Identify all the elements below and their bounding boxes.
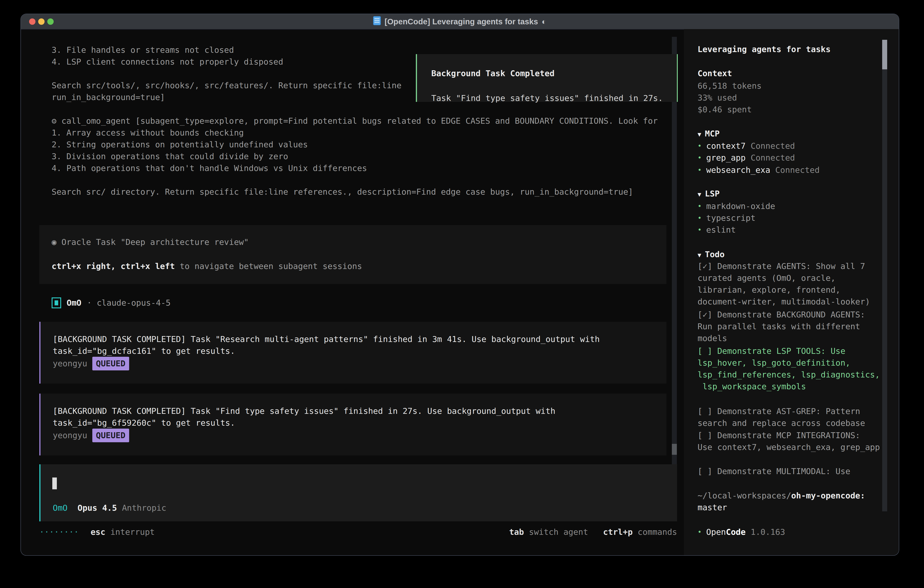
chevron-down-icon: ▼ — [698, 131, 701, 138]
input-agent-name: OmO — [53, 502, 68, 514]
oracle-task-title: ◉ Oracle Task "Deep architecture review" — [52, 236, 249, 248]
mcp-item: • context7 Connected — [698, 140, 795, 152]
background-task-message: [BACKGROUND TASK COMPLETED] Task "Find t… — [40, 393, 667, 456]
oracle-task-hint: ctrl+x right, ctrl+x left to navigate be… — [52, 260, 362, 272]
message-text: [BACKGROUND TASK COMPLETED] Task "Resear… — [53, 333, 644, 357]
agent-model: · claude-opus-4-5 — [87, 297, 170, 309]
input-cursor — [52, 477, 57, 489]
notification-body: Task "Find type safety issues" finished … — [431, 92, 663, 104]
mcp-item: • websearch_exa Connected — [698, 164, 820, 176]
message-footer: yeongyu QUEUED — [53, 429, 129, 441]
oracle-task-card: ◉ Oracle Task "Deep architecture review"… — [40, 225, 667, 284]
sidebar-scrollbar-track[interactable] — [882, 40, 887, 511]
minimize-button[interactable] — [38, 18, 45, 25]
progress-dots-icon: ········ — [40, 526, 79, 538]
input-status-line: OmO Opus 4.5 Anthropic — [53, 502, 167, 514]
esc-key-label: interrupt — [110, 526, 155, 538]
main-scrollbar-thumb[interactable] — [672, 444, 677, 455]
todo-item-pending: [ ] Demonstrate MCP INTEGRATIONS: Use co… — [698, 429, 898, 453]
agent-header: OmO · claude-opus-4-5 — [52, 297, 171, 309]
context-heading: Context — [698, 68, 732, 79]
tab-key-label: switch agent — [529, 526, 588, 538]
input-model: Opus 4.5 — [78, 502, 117, 514]
notification-toast: Background Task Completed Task "Find typ… — [416, 54, 678, 102]
mcp-section-header[interactable]: ▼MCP — [698, 128, 719, 140]
message-author: yeongyu — [53, 429, 87, 441]
workspace-path: ~/local-workspaces/oh-my-opencode: — [698, 490, 898, 502]
lsp-item: • markdown-oxide — [698, 200, 775, 212]
mcp-item: • grep_app Connected — [698, 152, 795, 164]
chevron-down-icon: ▼ — [698, 191, 701, 198]
todo-item-pending: [ ] Demonstrate AST-GREP: Pattern search… — [698, 405, 893, 429]
queued-badge: QUEUED — [92, 429, 129, 442]
window-title: [OpenCode] Leveraging agents for tasks — [384, 17, 538, 26]
keyboard-shortcut: ctrl+x right, ctrl+x left — [52, 261, 175, 271]
status-dot-icon: • — [698, 224, 702, 236]
sidebar-scrollbar-thumb[interactable] — [882, 40, 887, 69]
agent-name: OmO — [67, 297, 81, 309]
status-dot-icon: • — [698, 152, 702, 164]
agent-icon — [52, 297, 61, 308]
window-title-group: [OpenCode] Leveraging agents for tasks ◐ — [21, 16, 899, 27]
todo-item-done: [✓] Demonstrate AGENTS: Show all 7 curat… — [698, 260, 893, 308]
message-footer: yeongyu QUEUED — [53, 358, 129, 370]
todo-section-header[interactable]: ▼Todo — [698, 249, 724, 261]
document-icon — [373, 16, 381, 27]
todo-item-pending: [ ] Demonstrate MULTIMODAL: Use — [698, 466, 893, 477]
status-dot-icon: • — [698, 140, 702, 152]
background-task-message: [BACKGROUND TASK COMPLETED] Task "Resear… — [40, 322, 667, 383]
notification-title: Background Task Completed — [431, 68, 554, 79]
lsp-item: • typescript — [698, 212, 756, 224]
close-button[interactable] — [29, 18, 35, 25]
context-stats: 66,518 tokens 33% used $0.46 spent — [698, 80, 762, 116]
commands-key-hint: ctrl+p — [603, 526, 633, 538]
titlebar[interactable]: [OpenCode] Leveraging agents for tasks ◐ — [21, 14, 899, 30]
status-dot-icon: • — [698, 212, 702, 224]
sidebar-title: Leveraging agents for tasks — [698, 43, 830, 55]
esc-key-hint: esc — [91, 526, 105, 538]
message-text: [BACKGROUND TASK COMPLETED] Task "Find t… — [53, 405, 644, 429]
terminal-window: [OpenCode] Leveraging agents for tasks ◐… — [20, 14, 899, 556]
tab-key-hint: tab — [509, 526, 524, 538]
todo-item-current: [ ] Demonstrate LSP TOOLS: Use lsp_hover… — [698, 345, 898, 393]
todo-item-done: [✓] Demonstrate BACKGROUND AGENTS: Run p… — [698, 309, 893, 344]
status-bar: ········ esc interrupt tab switch agent … — [40, 526, 677, 538]
zoom-button[interactable] — [47, 18, 54, 25]
queued-badge: QUEUED — [92, 357, 129, 370]
status-dot-icon: • — [698, 200, 702, 212]
status-dot-icon: • — [698, 526, 702, 538]
prompt-input[interactable]: OmO Opus 4.5 Anthropic — [40, 464, 677, 521]
lsp-item: • eslint — [698, 224, 736, 236]
message-author: yeongyu — [53, 358, 87, 370]
workspace-branch: master — [698, 502, 727, 514]
lsp-section-header[interactable]: ▼LSP — [698, 188, 719, 200]
commands-key-label: commands — [638, 526, 677, 538]
opencode-version: • OpenCode 1.0.163 — [698, 526, 785, 538]
status-dot-icon: • — [698, 164, 702, 176]
input-provider: Anthropic — [122, 502, 166, 514]
chevron-down-icon: ▼ — [698, 251, 701, 259]
session-indicator-icon: ◐ — [541, 17, 546, 26]
